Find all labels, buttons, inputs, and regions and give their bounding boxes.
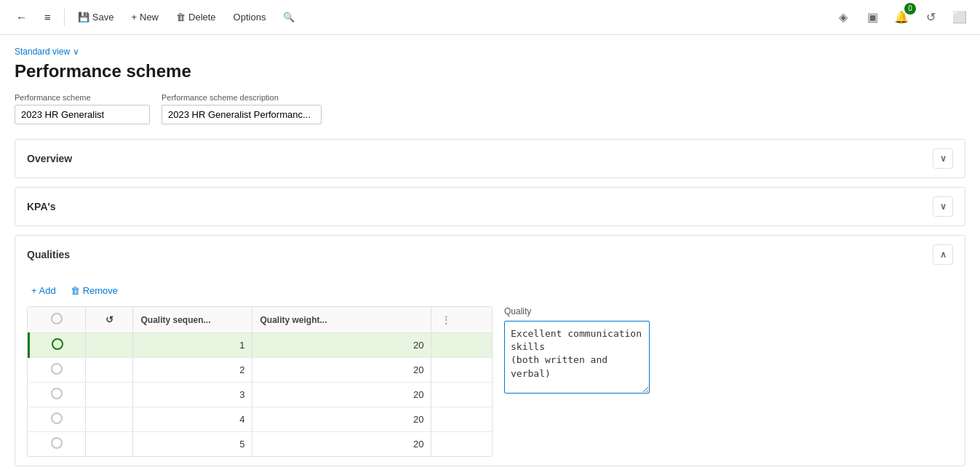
qualities-section: Qualities ∧ + Add 🗑 Remove [15,235,965,466]
qualities-chevron[interactable]: ∧ [933,244,953,265]
delete-label: Delete [188,12,216,23]
refresh-col-icon[interactable]: ↺ [105,314,113,325]
desc-label: Performance scheme description [162,93,322,102]
th-seq: Quality sequen... [133,307,252,333]
add-label: + Add [31,285,56,296]
row-checkbox-cell[interactable] [29,407,86,432]
grid-toolbar: + Add 🗑 Remove [27,282,953,299]
quality-panel: Quality Excellent communication skills (… [504,306,953,457]
options-label: Options [234,12,266,23]
row-menu-cell [431,333,492,358]
overview-chevron[interactable]: ∨ [933,148,953,169]
scheme-field-group: Performance scheme [15,93,150,124]
row-weight: 20 [252,383,431,407]
kpas-label: KPA's [27,201,56,212]
row-menu-cell [431,432,492,457]
row-seq: 4 [133,407,252,432]
quality-panel-label: Quality [504,306,953,316]
cube-icon: ▣ [867,10,878,24]
expand-icon: ⬜ [952,10,967,24]
row-refresh-cell [85,383,133,407]
row-checkbox-cell[interactable] [29,333,86,358]
table-header-row: ↺ Quality sequen... Quality weight... ⋮ [29,307,493,333]
breadcrumb-label: Standard view [15,47,70,57]
search-button[interactable]: 🔍 [276,7,302,27]
toolbar-right: ◈ ▣ 🔔 0 ↺ ⬜ [832,6,971,29]
grid-area: ↺ Quality sequen... Quality weight... ⋮ [27,306,953,457]
qualities-label: Qualities [27,249,70,260]
th-weight: Quality weight... [252,307,431,333]
row-circle[interactable] [52,338,63,350]
trash-icon: 🗑 [71,285,80,296]
th-check [29,307,86,333]
notification-count: 0 [904,3,916,15]
new-label: New [140,12,159,23]
row-weight: 20 [252,407,431,432]
row-seq: 3 [133,383,252,407]
breadcrumb-chevron: ∨ [73,47,79,57]
row-circle-empty[interactable] [51,437,63,449]
scheme-input[interactable] [15,105,150,124]
row-circle-empty[interactable] [51,412,63,424]
add-button[interactable]: + Add [27,282,60,299]
breadcrumb[interactable]: Standard view ∨ [15,47,965,57]
row-circle-empty[interactable] [51,363,63,375]
quality-textarea[interactable]: Excellent communication skills (both wri… [504,321,650,394]
remove-label: Remove [83,285,118,296]
row-refresh-cell [85,407,133,432]
remove-button[interactable]: 🗑 Remove [66,282,122,299]
table-row[interactable]: 420 [29,407,493,432]
row-checkbox-cell[interactable] [29,432,86,457]
table-row[interactable]: 220 [29,358,493,383]
menu-button[interactable]: ≡ [37,7,58,28]
delete-button[interactable]: 🗑 Delete [169,7,223,27]
cube-button[interactable]: ▣ [861,6,884,29]
page-content: Standard view ∨ Performance scheme Perfo… [0,35,980,475]
kpas-section-header[interactable]: KPA's ∨ [15,188,965,225]
save-label: Save [92,12,114,23]
row-menu-cell [431,358,492,383]
row-refresh-cell [85,358,133,383]
kpas-chevron[interactable]: ∨ [933,196,953,217]
back-button[interactable]: ← [9,7,34,28]
column-menu-icon[interactable]: ⋮ [439,315,453,325]
header-circle[interactable] [51,313,63,324]
overview-section-header[interactable]: Overview ∨ [15,140,965,177]
desc-input[interactable] [162,105,322,124]
diamond-icon: ◈ [839,10,848,24]
row-refresh-cell [85,432,133,457]
refresh-icon: ↺ [926,10,936,24]
diamond-button[interactable]: ◈ [832,6,855,29]
kpas-section: KPA's ∨ [15,187,965,226]
new-icon: + [131,12,137,23]
qualities-table-wrap: ↺ Quality sequen... Quality weight... ⋮ [27,306,493,457]
table-row[interactable]: 320 [29,383,493,407]
row-seq: 5 [133,432,252,457]
overview-label: Overview [27,153,72,164]
desc-field-group: Performance scheme description [162,93,322,124]
options-button[interactable]: Options [226,7,274,27]
row-circle-empty[interactable] [51,388,63,399]
new-button[interactable]: + New [124,7,166,27]
table-row[interactable]: 520 [29,432,493,457]
menu-icon: ≡ [44,11,51,23]
toolbar: ← ≡ 💾 Save + New 🗑 Delete Options 🔍 ◈ ▣ … [0,0,980,35]
expand-button[interactable]: ⬜ [948,6,971,29]
overview-section: Overview ∨ [15,139,965,178]
notification-badge[interactable]: 🔔 0 [890,6,913,29]
scheme-label: Performance scheme [15,93,150,102]
row-menu-cell [431,407,492,432]
th-dots: ⋮ [431,307,492,333]
page-title: Performance scheme [15,61,965,81]
qualities-tbody: 120220320420520 [29,333,493,457]
back-icon: ← [16,11,27,23]
qualities-section-header[interactable]: Qualities ∧ [15,236,965,274]
table-row[interactable]: 120 [29,333,493,358]
row-menu-cell [431,383,492,407]
save-button[interactable]: 💾 Save [71,7,121,27]
row-checkbox-cell[interactable] [29,383,86,407]
th-refresh: ↺ [85,307,133,333]
refresh-button[interactable]: ↺ [919,6,942,29]
row-checkbox-cell[interactable] [29,358,86,383]
row-weight: 20 [252,358,431,383]
